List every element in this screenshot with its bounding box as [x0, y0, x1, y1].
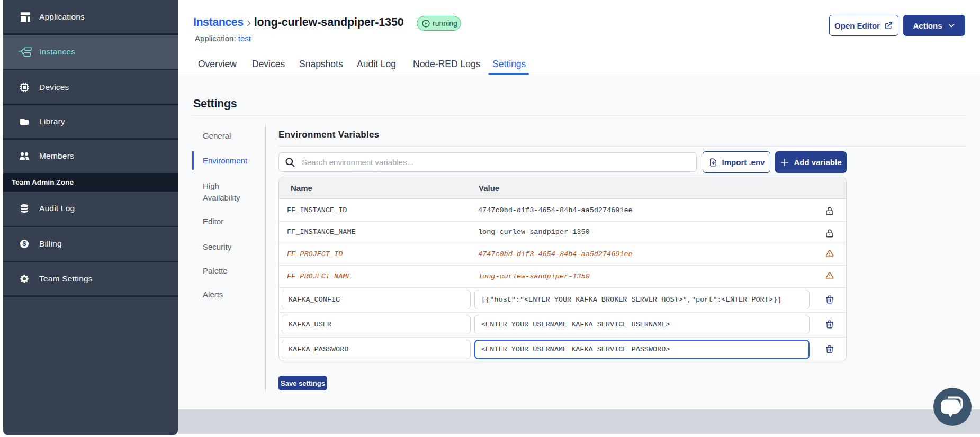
svg-text:$: $	[23, 240, 26, 248]
